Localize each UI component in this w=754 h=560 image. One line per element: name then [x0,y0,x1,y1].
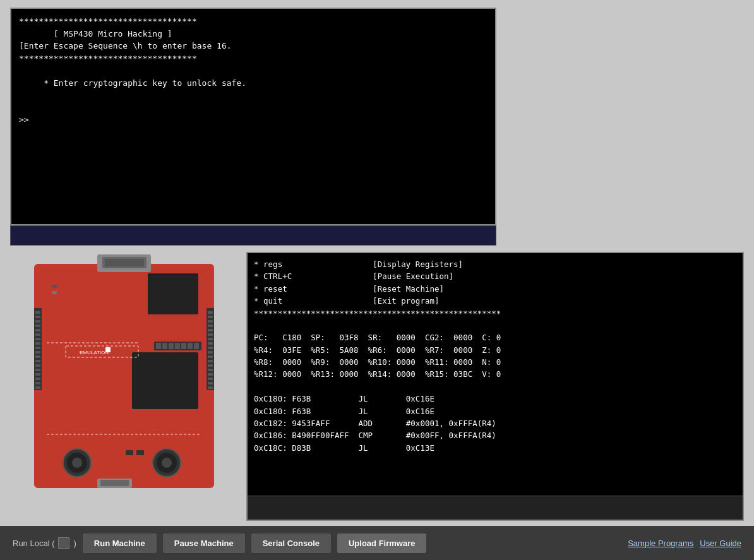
svg-rect-5 [132,352,198,409]
board-area: EMULATION [10,252,237,521]
sample-programs-link[interactable]: Sample Programs [628,539,693,548]
svg-rect-3 [105,259,144,266]
serial-console-button[interactable]: Serial Console [251,533,331,553]
run-machine-button[interactable]: Run Machine [83,533,157,553]
footer-toolbar: Run Local ( ) Run Machine Pause Machine … [0,526,754,560]
right-panel: * regs [Display Registers] * CTRL+C [Pau… [246,252,744,521]
svg-rect-23 [35,373,40,376]
svg-rect-10 [35,316,40,318]
svg-rect-22 [35,369,40,371]
svg-rect-62 [126,450,133,455]
svg-rect-45 [208,386,213,389]
svg-rect-65 [52,291,57,294]
svg-rect-42 [208,373,213,376]
svg-rect-38 [208,355,213,358]
right-terminal-content: * regs [Display Registers] * CTRL+C [Pau… [254,258,736,454]
svg-rect-32 [208,329,213,331]
svg-rect-21 [35,364,40,367]
terminal-content: ************************************ [ M… [19,15,488,126]
svg-rect-13 [35,329,40,331]
right-terminal-input[interactable] [253,503,738,513]
top-terminal-wrapper: ************************************ [ M… [10,8,744,246]
right-terminal-input-bar[interactable] [248,496,743,520]
right-terminal[interactable]: * regs [Display Registers] * CTRL+C [Pau… [248,253,743,496]
run-local-label: Run Local ( ) [13,537,76,549]
svg-rect-18 [35,351,40,354]
svg-rect-25 [35,382,40,384]
svg-rect-4 [148,273,198,314]
svg-rect-30 [208,320,213,323]
svg-rect-48 [162,343,167,349]
svg-rect-35 [208,342,213,345]
emulation-label: EMULATION [80,350,109,355]
svg-rect-14 [35,333,40,336]
svg-rect-53 [194,343,199,349]
svg-rect-39 [208,360,213,362]
upload-firmware-button[interactable]: Upload Firmware [337,533,426,553]
svg-rect-37 [208,351,213,354]
svg-rect-34 [208,338,213,340]
svg-rect-41 [208,369,213,371]
svg-rect-49 [169,343,174,349]
run-local-toggle[interactable] [58,537,69,549]
svg-rect-9 [35,311,40,314]
top-terminal-input[interactable] [15,231,492,241]
svg-rect-40 [208,364,213,367]
svg-rect-7 [105,347,111,352]
svg-rect-44 [208,382,213,384]
svg-rect-43 [208,378,213,380]
svg-rect-36 [208,347,213,349]
top-terminal-input-bar[interactable] [10,225,496,246]
svg-rect-31 [208,325,213,327]
svg-rect-11 [35,320,40,323]
svg-rect-26 [35,386,40,389]
top-terminal: ************************************ [ M… [10,8,496,225]
svg-rect-19 [35,355,40,358]
user-guide-link[interactable]: User Guide [700,539,741,548]
svg-rect-28 [208,311,213,314]
svg-rect-50 [175,343,180,349]
svg-rect-20 [35,360,40,362]
pause-machine-button[interactable]: Pause Machine [163,533,245,553]
svg-point-58 [72,458,82,468]
svg-rect-33 [208,333,213,336]
svg-rect-17 [35,347,40,349]
main-area: ************************************ [ M… [0,0,754,526]
bottom-section: EMULATION [10,252,744,521]
svg-rect-67 [100,480,129,486]
svg-rect-47 [156,343,161,349]
svg-rect-15 [35,338,40,340]
svg-rect-29 [208,316,213,318]
svg-rect-64 [52,285,57,288]
svg-rect-16 [35,342,40,345]
svg-point-61 [162,458,172,468]
svg-rect-24 [35,378,40,380]
svg-rect-63 [136,450,144,455]
svg-rect-51 [181,343,186,349]
board-svg: EMULATION [34,254,214,491]
svg-rect-52 [188,343,193,349]
svg-rect-12 [35,325,40,327]
